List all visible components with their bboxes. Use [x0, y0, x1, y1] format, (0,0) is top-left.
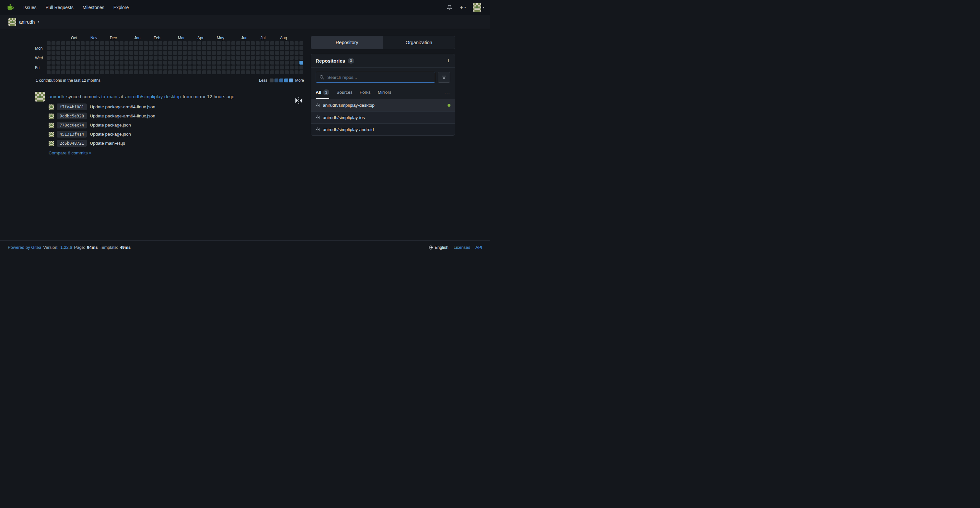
- heatmap-cell[interactable]: [192, 41, 196, 45]
- heatmap-cell[interactable]: [222, 46, 226, 50]
- heatmap-cell[interactable]: [192, 56, 196, 60]
- heatmap-cell[interactable]: [51, 51, 56, 55]
- heatmap-cell[interactable]: [56, 61, 60, 65]
- user-menu-button[interactable]: ▾: [473, 3, 484, 12]
- heatmap-cell[interactable]: [124, 61, 128, 65]
- heatmap-cell[interactable]: [61, 46, 65, 50]
- filter-tab-all[interactable]: All 3: [316, 86, 329, 99]
- heatmap-cell[interactable]: [115, 41, 119, 45]
- heatmap-cell[interactable]: [192, 46, 196, 50]
- heatmap-cell[interactable]: [183, 41, 187, 45]
- heatmap-cell[interactable]: [81, 56, 84, 60]
- heatmap-cell[interactable]: [105, 51, 109, 55]
- heatmap-cell[interactable]: [226, 65, 231, 69]
- heatmap-cell[interactable]: [100, 41, 104, 45]
- heatmap-cell[interactable]: [76, 65, 80, 69]
- heatmap-cell[interactable]: [100, 70, 104, 74]
- heatmap-cell[interactable]: [124, 51, 128, 55]
- heatmap-cell[interactable]: [129, 61, 133, 65]
- heatmap-cell[interactable]: [110, 56, 114, 60]
- heatmap-cell[interactable]: [256, 41, 259, 45]
- chevron-down-icon[interactable]: ▾: [38, 21, 39, 23]
- heatmap-cell[interactable]: [168, 70, 172, 74]
- heatmap-cell[interactable]: [163, 56, 167, 60]
- heatmap-cell[interactable]: [285, 46, 289, 50]
- heatmap-cell[interactable]: [246, 56, 250, 60]
- heatmap-cell[interactable]: [241, 41, 245, 45]
- heatmap-cell[interactable]: [251, 51, 255, 55]
- heatmap-cell[interactable]: [202, 61, 206, 65]
- heatmap-cell[interactable]: [47, 61, 51, 65]
- heatmap-cell[interactable]: [144, 70, 148, 74]
- heatmap-cell[interactable]: [290, 56, 294, 60]
- heatmap-cell[interactable]: [202, 51, 206, 55]
- heatmap-cell[interactable]: [236, 61, 240, 65]
- heatmap-cell[interactable]: [47, 51, 51, 55]
- heatmap-cell[interactable]: [100, 65, 104, 69]
- heatmap-cell[interactable]: [275, 46, 279, 50]
- heatmap-cell[interactable]: [261, 51, 264, 55]
- heatmap-cell[interactable]: [173, 56, 177, 60]
- heatmap-cell[interactable]: [207, 51, 211, 55]
- heatmap-cell[interactable]: [197, 70, 201, 74]
- heatmap-cell[interactable]: [168, 46, 172, 50]
- heatmap-cell[interactable]: [159, 56, 162, 60]
- heatmap-cell[interactable]: [56, 65, 60, 69]
- heatmap-cell[interactable]: [66, 56, 70, 60]
- heatmap-cell[interactable]: [56, 46, 60, 50]
- heatmap-cell[interactable]: [202, 41, 206, 45]
- heatmap-cell[interactable]: [280, 41, 284, 45]
- heatmap-cell[interactable]: [71, 65, 75, 69]
- commit-sha-link[interactable]: 451313f414: [57, 131, 87, 137]
- heatmap-cell[interactable]: [256, 56, 259, 60]
- heatmap-cell[interactable]: [81, 51, 84, 55]
- heatmap-cell[interactable]: [290, 61, 294, 65]
- heatmap-cell[interactable]: [110, 46, 114, 50]
- compare-commits-link[interactable]: Compare 6 commits »: [49, 150, 91, 155]
- heatmap-cell[interactable]: [86, 61, 89, 65]
- heatmap-cell[interactable]: [202, 65, 206, 69]
- heatmap-cell[interactable]: [139, 51, 143, 55]
- heatmap-cell[interactable]: [115, 61, 119, 65]
- heatmap-cell[interactable]: [100, 56, 104, 60]
- heatmap-cell[interactable]: [246, 61, 250, 65]
- heatmap-cell[interactable]: [76, 61, 80, 65]
- heatmap-cell[interactable]: [119, 65, 124, 69]
- commit-sha-link[interactable]: 9cdbc5e328: [57, 113, 87, 119]
- heatmap-cell[interactable]: [178, 46, 182, 50]
- heatmap-cell[interactable]: [256, 65, 259, 69]
- heatmap-cell[interactable]: [188, 41, 191, 45]
- heatmap-cell[interactable]: [222, 41, 226, 45]
- heatmap-cell[interactable]: [241, 61, 245, 65]
- heatmap-cell[interactable]: [197, 61, 201, 65]
- heatmap-cell[interactable]: [178, 51, 182, 55]
- heatmap-cell[interactable]: [226, 70, 231, 74]
- heatmap-cell[interactable]: [105, 56, 109, 60]
- heatmap-cell[interactable]: [163, 65, 167, 69]
- notifications-button[interactable]: [447, 5, 452, 10]
- heatmap-cell[interactable]: [251, 56, 255, 60]
- heatmap-cell[interactable]: [86, 65, 89, 69]
- gitea-logo[interactable]: [6, 3, 15, 12]
- heatmap-cell[interactable]: [246, 65, 250, 69]
- heatmap-cell[interactable]: [139, 46, 143, 50]
- commit-sha-link[interactable]: f7fa4bf081: [57, 104, 87, 110]
- heatmap-cell[interactable]: [294, 46, 299, 50]
- context-username[interactable]: anirudh: [19, 19, 35, 25]
- heatmap-cell[interactable]: [91, 51, 94, 55]
- heatmap-cell[interactable]: [241, 70, 245, 74]
- heatmap-cell[interactable]: [256, 70, 259, 74]
- heatmap-cell[interactable]: [95, 65, 99, 69]
- heatmap-cell[interactable]: [270, 41, 274, 45]
- heatmap-cell[interactable]: [222, 65, 226, 69]
- heatmap-cell[interactable]: [212, 56, 216, 60]
- feed-actor-avatar[interactable]: [35, 92, 45, 102]
- heatmap-cell[interactable]: [212, 46, 216, 50]
- heatmap-cell[interactable]: [212, 65, 216, 69]
- new-repo-button[interactable]: +: [447, 58, 450, 64]
- heatmap-cell[interactable]: [56, 51, 60, 55]
- repo-row[interactable]: anirudh/simpliplay-ios: [311, 111, 455, 123]
- heatmap-cell[interactable]: [154, 46, 158, 50]
- nav-item-explore[interactable]: Explore: [113, 5, 129, 10]
- heatmap-cell[interactable]: [197, 51, 201, 55]
